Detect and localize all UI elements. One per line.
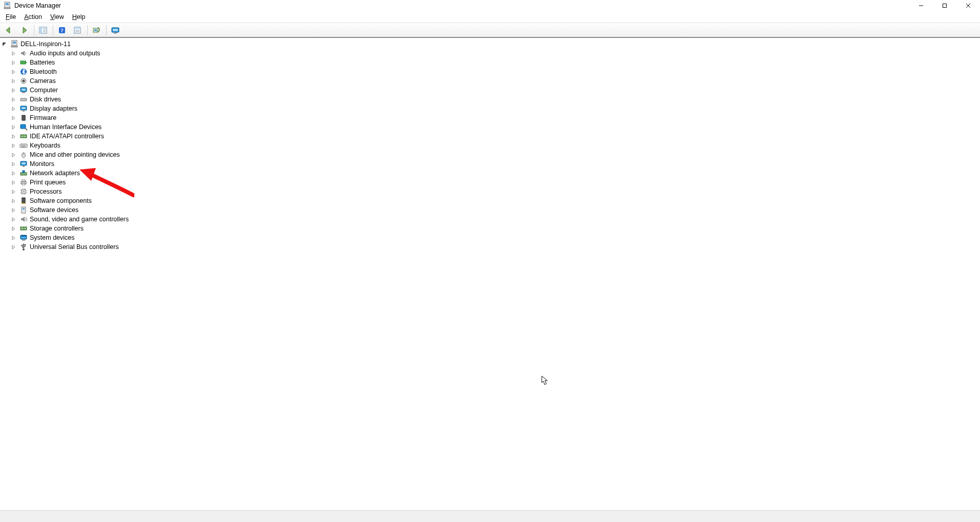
toolbar-help[interactable]: ? [55,24,69,37]
expand-icon[interactable] [11,97,18,102]
svg-marker-30 [12,52,15,55]
expand-icon[interactable] [11,180,18,185]
toolbar-properties[interactable] [70,24,85,37]
tree-pane[interactable]: DELL-Inspiron-11Audio inputs and outputs… [0,37,980,511]
tree-category[interactable]: Print queues [1,178,979,187]
monitor-icon [19,160,28,168]
tree-category[interactable]: Human Interface Devices [1,122,979,132]
toolbar-show-hide-tree[interactable] [36,24,50,37]
computer-root-icon [10,40,18,48]
svg-point-126 [23,248,25,250]
svg-text:?: ? [60,27,64,33]
svg-point-61 [26,129,28,131]
tree-category[interactable]: Software components [1,196,979,205]
tree-category[interactable]: Keyboards [1,141,979,150]
svg-rect-29 [11,46,17,47]
properties-icon [73,26,81,34]
menu-file[interactable]: File [2,12,20,22]
expand-icon[interactable] [11,51,18,56]
svg-rect-87 [22,180,25,181]
expand-icon[interactable] [11,208,18,213]
tree-category[interactable]: Audio inputs and outputs [1,49,979,58]
bluetooth-icon [19,68,28,76]
menu-view[interactable]: View [46,12,68,22]
ide-icon [19,132,28,140]
svg-point-46 [25,99,26,100]
tree-category[interactable]: Monitors [1,159,979,169]
tree-category[interactable]: Processors [1,187,979,196]
tree-item-label: Bluetooth [30,67,57,76]
svg-rect-25 [114,33,117,34]
minimize-button[interactable] [909,0,933,11]
tree-root[interactable]: DELL-Inspiron-11 [1,39,979,49]
hid-icon [19,123,28,131]
expand-icon[interactable] [11,70,18,74]
tree-category[interactable]: Disk drives [1,95,979,104]
tree-category[interactable]: Storage controllers [1,224,979,233]
arrow-right-icon [20,26,28,34]
expand-icon[interactable] [11,171,18,176]
menu-help[interactable]: Help [68,12,90,22]
tree-category[interactable]: Mice and other pointing devices [1,150,979,159]
expand-icon[interactable] [11,125,18,130]
toolbar-scan-hardware[interactable] [89,24,104,37]
menu-action[interactable]: Action [20,12,46,22]
tree-category[interactable]: Batteries [1,58,979,67]
tree-item-label: Keyboards [30,141,60,150]
expand-icon[interactable] [11,153,18,157]
tree-category[interactable]: Bluetooth [1,67,979,76]
expand-icon[interactable] [11,60,18,65]
toolbar-nav-back[interactable] [2,24,16,37]
maximize-button[interactable] [933,0,956,11]
expand-icon[interactable] [11,79,18,83]
svg-rect-121 [22,237,23,238]
expand-icon[interactable] [11,143,18,148]
collapse-icon[interactable] [2,42,9,47]
svg-marker-109 [12,208,15,212]
expand-icon[interactable] [11,217,18,222]
camera-icon [19,77,28,85]
expand-icon[interactable] [11,162,18,166]
tree-category[interactable]: Cameras [1,76,979,86]
tree-category[interactable]: Display adapters [1,104,979,113]
svg-rect-24 [113,29,118,31]
svg-rect-122 [23,237,24,238]
svg-marker-59 [12,126,15,129]
svg-point-39 [23,80,25,82]
tree-item-label: Disk drives [30,95,61,104]
tree-category[interactable]: IDE ATA/ATAPI controllers [1,132,979,141]
svg-rect-60 [21,124,26,129]
close-button[interactable] [956,0,980,11]
svg-rect-1 [6,3,9,5]
sw-component-icon [19,197,28,205]
tree-category[interactable]: System devices [1,233,979,242]
svg-marker-35 [12,70,15,74]
expand-icon[interactable] [11,107,18,111]
expand-icon[interactable] [11,116,18,120]
toolbar-separator [106,25,107,35]
tree-category[interactable]: Software devices [1,205,979,215]
printer-icon [19,178,28,186]
expand-icon[interactable] [11,199,18,203]
toolbar-hidden-devices[interactable] [108,24,122,37]
tree-item-label: Human Interface Devices [30,122,101,132]
expand-icon[interactable] [11,236,18,240]
toolbar-nav-forward[interactable] [17,24,31,37]
svg-marker-66 [12,144,15,148]
expand-icon[interactable] [11,245,18,249]
tree-category[interactable]: Firmware [1,113,979,122]
tree-category[interactable]: Universal Serial Bus controllers [1,242,979,252]
svg-marker-37 [12,79,15,83]
tree-item-label: Audio inputs and outputs [30,49,100,58]
expand-icon[interactable] [11,226,18,231]
svg-marker-128 [23,243,25,245]
expand-icon[interactable] [11,190,18,194]
expand-icon[interactable] [11,88,18,93]
tree-category[interactable]: Sound, video and game controllers [1,215,979,224]
expand-icon[interactable] [11,134,18,139]
tree-category[interactable]: Network adapters [1,169,979,178]
tree-category[interactable]: Computer [1,86,979,95]
svg-rect-68 [21,145,22,145]
sw-device-icon [19,206,28,214]
svg-marker-77 [12,162,15,166]
